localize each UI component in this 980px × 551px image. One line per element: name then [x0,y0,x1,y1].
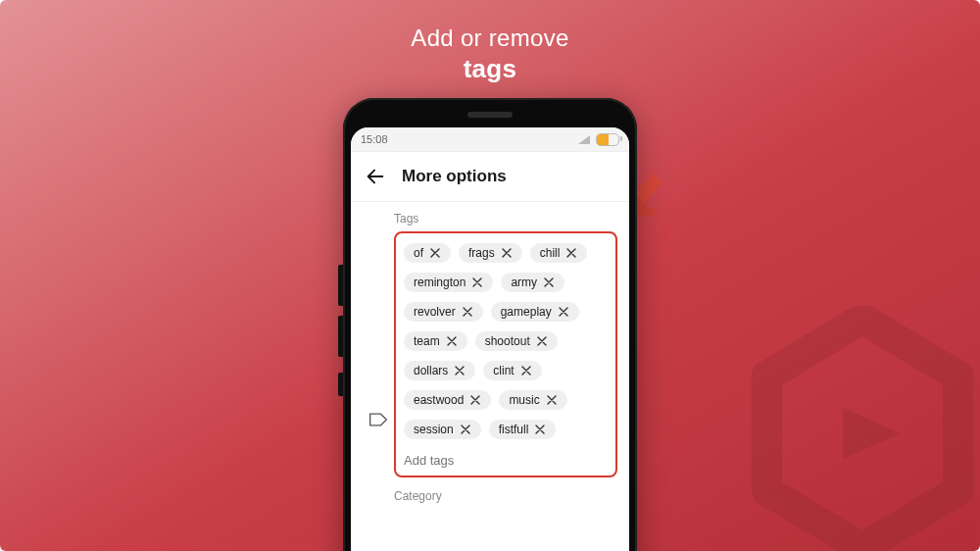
statusbar-right [578,133,619,146]
remove-tag-button[interactable] [546,394,558,406]
tag-chip-label: eastwood [414,394,464,406]
remove-tag-button[interactable] [565,247,577,259]
close-icon [472,277,482,287]
tag-chip-label: team [414,335,440,347]
close-icon [502,248,512,258]
statusbar: 15:08 [351,127,629,152]
remove-tag-button[interactable] [462,306,473,318]
remove-tag-button[interactable] [460,424,471,435]
tag-chip-label: shootout [485,335,530,347]
section-tags: Tags of frags [351,202,629,503]
arrow-left-icon [365,166,386,187]
tag-chip[interactable]: revolver [404,302,483,322]
close-icon [537,336,547,346]
tag-chip[interactable]: eastwood [404,390,491,410]
brand-hex-play-icon [735,306,980,551]
tag-chip-row: of frags chill [404,243,608,439]
remove-tag-button[interactable] [501,247,513,259]
app-header: More options [351,152,629,197]
tag-chip[interactable]: team [404,331,467,351]
tag-chip-label: army [511,276,537,288]
close-icon [559,307,568,317]
tag-chip-label: fistfull [499,424,529,435]
phone-mockup: 15:08 More options [343,98,637,551]
page-title-line2: tags [0,53,980,85]
tag-chip[interactable]: army [501,273,564,292]
remove-tag-button[interactable] [429,247,441,259]
promo-stage: Add or remove tags 15:08 [0,0,980,551]
phone-side-button-icon [338,316,343,357]
remove-tag-button[interactable] [520,365,532,376]
app-title: More options [402,167,507,186]
tags-editor[interactable]: of frags chill [394,231,617,477]
tag-chip[interactable]: clint [483,361,541,380]
tag-chip[interactable]: frags [459,243,522,263]
remove-tag-button[interactable] [543,276,555,288]
close-icon [447,336,457,346]
tag-icon [368,412,388,427]
remove-tag-button[interactable] [471,276,483,288]
tag-chip-label: clint [493,365,514,376]
statusbar-time: 15:08 [361,133,388,145]
close-icon [463,307,472,317]
phone-speaker-icon [467,112,513,118]
close-icon [547,395,557,405]
phone-screen: 15:08 More options [351,127,629,551]
phone-side-button-icon [338,373,343,396]
back-button[interactable] [363,164,388,189]
remove-tag-button[interactable] [469,394,481,406]
battery-icon [596,133,619,146]
page-title-line1: Add or remove [0,24,980,53]
tag-chip-label: session [414,424,454,435]
remove-tag-button[interactable] [534,424,546,435]
tag-chip[interactable]: session [404,420,481,439]
add-tags-input[interactable] [404,451,608,470]
tag-chip-label: revolver [414,306,456,318]
tag-chip-label: dollars [414,365,448,376]
tag-chip-label: music [509,394,539,406]
page-title: Add or remove tags [0,24,980,85]
close-icon [566,248,576,258]
remove-tag-button[interactable] [454,365,466,376]
phone-side-button-icon [338,265,343,306]
tag-chip-label: of [414,247,423,259]
tag-chip-label: frags [468,247,495,259]
close-icon [461,425,470,434]
close-icon [544,277,554,287]
remove-tag-button[interactable] [536,335,548,347]
tag-chip-label: chill [540,247,561,259]
close-icon [455,366,465,376]
remove-tag-button[interactable] [446,335,458,347]
tag-chip[interactable]: dollars [404,361,475,380]
tag-chip[interactable]: fistfull [489,420,557,439]
tag-chip[interactable]: of [404,243,451,263]
close-icon [470,395,480,405]
section-tags-label: Tags [351,212,629,231]
close-icon [521,366,531,376]
remove-tag-button[interactable] [558,306,569,318]
signal-icon [578,135,590,144]
tag-chip-label: gameplay [501,306,552,318]
tag-chip[interactable]: music [499,390,566,410]
close-icon [535,425,545,434]
tag-chip[interactable]: gameplay [491,302,579,322]
close-icon [430,248,440,258]
section-category-label: Category [351,477,629,503]
tag-chip[interactable]: shootout [475,331,558,351]
tag-chip[interactable]: remington [404,273,493,292]
tag-chip-label: remington [414,276,466,288]
tag-chip[interactable]: chill [530,243,588,263]
